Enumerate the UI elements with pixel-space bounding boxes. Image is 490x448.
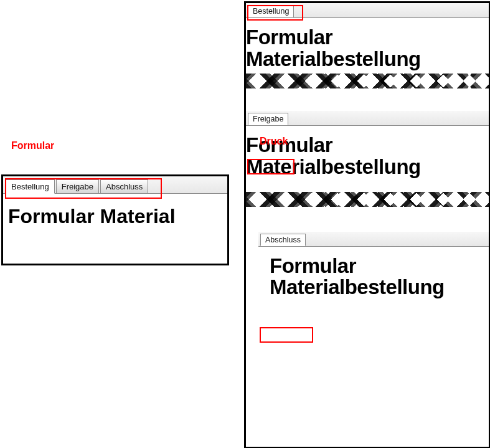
tab-bar: Bestellung Freigabe Abschluss [3, 176, 227, 194]
form-view-body: Formular Material [3, 194, 227, 239]
title-line-1b: Materialbestellung [246, 47, 421, 70]
diagram-stage: Formular Bestellung Freigabe Abschluss F… [0, 0, 490, 448]
section-tabbar-3: Abschluss [258, 232, 489, 247]
section-tab-abschluss: Abschluss [260, 234, 306, 246]
section-body-2: Formular Materialbestellung [246, 126, 489, 181]
title-line-2b: Materialbestellung [246, 155, 421, 178]
tab-abschluss[interactable]: Abschluss [100, 179, 148, 194]
section-title-1: Formular Materialbestellung [246, 27, 489, 70]
label-druck: Druck [260, 136, 288, 147]
section-body-3: Formular Materialbestellung [246, 247, 489, 302]
title-line-2a: Formular [246, 133, 332, 156]
highlight-section-tab-3 [260, 327, 313, 343]
print-view-panel: Bestellung Formular Materialbestellung D… [244, 1, 490, 448]
tear-separator-2 [246, 192, 489, 207]
section-tabbar-2: Freigabe [246, 111, 489, 126]
section-tabbar-1: Bestellung [246, 3, 489, 18]
form-view-panel: Bestellung Freigabe Abschluss Formular M… [1, 174, 229, 265]
label-formular: Formular [11, 140, 54, 151]
title-line-1a: Formular [246, 26, 332, 49]
section-body-1: Formular Materialbestellung [246, 18, 489, 74]
form-heading: Formular Material [8, 205, 222, 228]
title-line-3b: Materialbestellung [270, 275, 445, 298]
title-line-3a: Formular [270, 254, 356, 277]
tear-separator-1 [246, 74, 489, 88]
section-title-3: Formular Materialbestellung [270, 255, 489, 298]
tab-bestellung[interactable]: Bestellung [6, 179, 55, 194]
tab-freigabe[interactable]: Freigabe [56, 179, 99, 194]
section-tab-bestellung: Bestellung [248, 5, 294, 17]
section-tab-freigabe: Freigabe [248, 113, 288, 125]
